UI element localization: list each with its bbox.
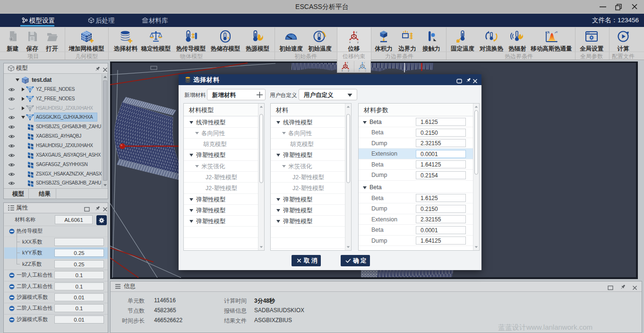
svg-text:z: z — [364, 61, 365, 64]
svg-text:y: y — [348, 70, 350, 72]
svg-text:z: z — [347, 61, 348, 64]
svg-text:y: y — [357, 41, 359, 44]
svg-text:x: x — [342, 70, 343, 72]
svg-text:x: x — [349, 41, 351, 44]
svg-text:z: z — [356, 31, 357, 34]
svg-text:x: x — [359, 70, 360, 72]
svg-text:y: y — [365, 70, 367, 72]
svg-text:y: y — [557, 30, 558, 33]
